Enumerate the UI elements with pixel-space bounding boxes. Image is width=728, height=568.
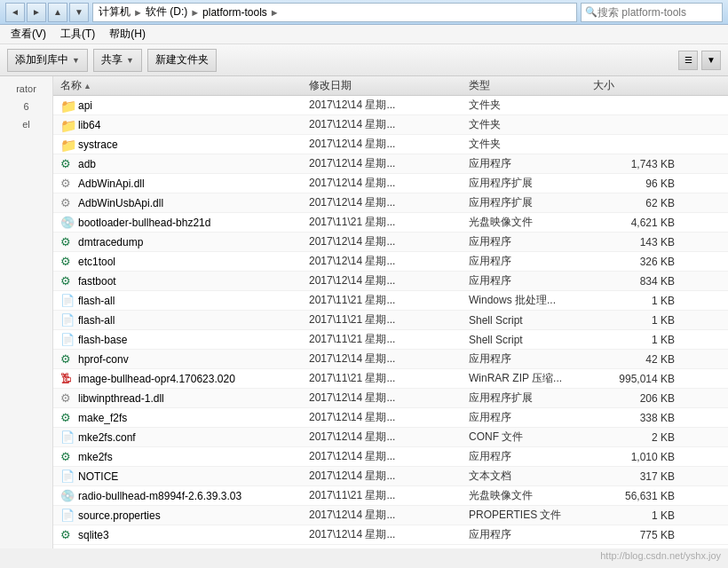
table-row[interactable]: ⚙ libwinpthread-1.dll 2017\12\14 星期... 应…: [53, 389, 728, 408]
breadcrumb-folder[interactable]: platform-tools: [202, 6, 267, 19]
file-name-cell: ⚙ mke2fs: [57, 450, 305, 464]
file-name: libwinpthread-1.dll: [78, 392, 164, 405]
prop-icon: 📄: [60, 509, 75, 523]
file-type: 文件夹: [465, 117, 590, 132]
file-name-cell: 💿 radio-bullhead-m8994f-2.6.39.3.03: [57, 489, 305, 503]
file-date: 2017\11\21 星期...: [305, 312, 465, 327]
organize-button[interactable]: 添加到库中 ▼: [7, 49, 88, 72]
file-name-cell: 📄 flash-base: [57, 333, 305, 347]
table-row[interactable]: 📄 flash-all 2017\11\21 星期... Windows 批处理…: [53, 291, 728, 311]
table-row[interactable]: ⚙ AdbWinApi.dll 2017\12\14 星期... 应用程序扩展 …: [53, 174, 728, 193]
file-size: 206 KB: [590, 392, 678, 405]
file-name: mke2fs.conf: [78, 431, 136, 444]
file-name-cell: 💿 bootloader-bullhead-bhz21d: [57, 216, 305, 230]
new-folder-button[interactable]: 新建文件夹: [147, 49, 217, 72]
breadcrumb: 计算机 ► 软件 (D:) ► platform-tools ►: [92, 3, 577, 22]
table-row[interactable]: ⚙ make_f2fs 2017\12\14 星期... 应用程序 338 KB: [53, 408, 728, 428]
file-date: 2017\12\14 星期...: [305, 98, 465, 113]
file-name: lib64: [78, 119, 100, 131]
dll-icon: ⚙: [60, 196, 75, 210]
view-controls: ☰ ▼: [678, 51, 721, 70]
exe-icon: ⚙: [60, 255, 75, 269]
table-row[interactable]: 📄 source.properties 2017\12\14 星期... PRO…: [53, 506, 728, 525]
table-row[interactable]: ⚙ AdbWinUsbApi.dll 2017\12\14 星期... 应用程序…: [53, 193, 728, 213]
file-date: 2017\12\14 星期...: [305, 410, 465, 425]
header-name[interactable]: 名称 ▲: [57, 78, 305, 93]
header-size[interactable]: 大小: [590, 78, 678, 93]
file-name-cell: 📁 lib64: [57, 118, 305, 132]
file-date: 2017\12\14 星期...: [305, 156, 465, 171]
table-row[interactable]: ⚙ sqlite3 2017\12\14 星期... 应用程序 775 KB: [53, 525, 728, 545]
exe-icon: ⚙: [60, 411, 75, 425]
table-row[interactable]: ⚙ fastboot 2017\12\14 星期... 应用程序 834 KB: [53, 272, 728, 291]
menu-tools[interactable]: 工具(T): [53, 25, 102, 43]
file-date: 2017\12\14 星期...: [305, 273, 465, 288]
recent-button[interactable]: ▼: [69, 3, 89, 22]
file-name: hprof-conv: [78, 353, 129, 366]
search-box[interactable]: 🔍: [581, 3, 723, 22]
main-area: rator 6 el 名称 ▲ 修改日期 类型 大小 📁 api 2017\12…: [0, 76, 728, 548]
file-type: 应用程序扩展: [465, 176, 590, 191]
table-row[interactable]: 📁 systrace 2017\12\14 星期... 文件夹: [53, 135, 728, 154]
file-type: 光盘映像文件: [465, 215, 590, 230]
file-list-header: 名称 ▲ 修改日期 类型 大小: [53, 76, 728, 96]
table-row[interactable]: 📁 lib64 2017\12\14 星期... 文件夹: [53, 115, 728, 135]
sidebar-item-1[interactable]: rator: [0, 80, 52, 98]
header-date[interactable]: 修改日期: [305, 78, 465, 93]
dll-icon: ⚙: [60, 177, 75, 191]
breadcrumb-drive[interactable]: 软件 (D:): [146, 4, 187, 20]
file-date: 2017\12\14 星期...: [305, 254, 465, 269]
table-row[interactable]: ⚙ etc1tool 2017\12\14 星期... 应用程序 326 KB: [53, 252, 728, 272]
file-name: bootloader-bullhead-bhz21d: [78, 217, 210, 229]
file-name-cell: ⚙ make_f2fs: [57, 411, 305, 425]
table-row[interactable]: 🗜 image-bullhead-opr4.170623.020 2017\11…: [53, 369, 728, 389]
view-details-button[interactable]: ☰: [678, 51, 698, 70]
file-type: WinRAR ZIP 压缩...: [465, 371, 590, 386]
table-row[interactable]: 💿 radio-bullhead-m8994f-2.6.39.3.03 2017…: [53, 486, 728, 506]
file-name-cell: ⚙ libwinpthread-1.dll: [57, 391, 305, 406]
view-options-button[interactable]: ▼: [701, 51, 721, 70]
table-row[interactable]: ⚙ mke2fs 2017\12\14 星期... 应用程序 1,010 KB: [53, 447, 728, 467]
share-button[interactable]: 共享 ▼: [93, 49, 142, 72]
table-row[interactable]: ⚙ adb 2017\12\14 星期... 应用程序 1,743 KB: [53, 154, 728, 174]
nav-buttons: ◄ ► ▲ ▼: [5, 3, 89, 22]
forward-button[interactable]: ►: [27, 3, 46, 22]
file-size: 775 KB: [590, 529, 678, 541]
watermark: http://blog.csdn.net/yshx.joy: [600, 550, 721, 561]
search-icon: 🔍: [585, 6, 597, 18]
menu-view[interactable]: 查看(V): [4, 25, 53, 43]
file-type: 应用程序扩展: [465, 390, 590, 406]
file-date: 2017\12\14 星期...: [305, 527, 465, 542]
table-row[interactable]: ⚙ hprof-conv 2017\12\14 星期... 应用程序 42 KB: [53, 350, 728, 369]
file-date: 2017\12\14 星期...: [305, 390, 465, 406]
table-row[interactable]: 📄 NOTICE 2017\12\14 星期... 文本文档 317 KB: [53, 467, 728, 486]
file-name-cell: 📄 flash-all: [57, 313, 305, 327]
file-type: 应用程序: [465, 410, 590, 425]
bat-icon: 📄: [60, 294, 75, 308]
back-button[interactable]: ◄: [5, 3, 25, 22]
search-input[interactable]: [597, 6, 704, 19]
sidebar-item-3[interactable]: el: [0, 115, 52, 133]
file-size: 2 KB: [590, 431, 678, 444]
table-row[interactable]: 📄 flash-all 2017\11\21 星期... Shell Scrip…: [53, 311, 728, 330]
title-bar: ◄ ► ▲ ▼ 计算机 ► 软件 (D:) ► platform-tools ►…: [0, 0, 728, 25]
file-size: 1 KB: [590, 509, 678, 522]
up-button[interactable]: ▲: [48, 3, 67, 22]
table-row[interactable]: 📄 mke2fs.conf 2017\12\14 星期... CONF 文件 2…: [53, 428, 728, 447]
sidebar-item-2[interactable]: 6: [0, 98, 52, 115]
file-date: 2017\12\14 星期...: [305, 195, 465, 210]
table-row[interactable]: 💿 bootloader-bullhead-bhz21d 2017\11\21 …: [53, 213, 728, 233]
table-row[interactable]: 📄 flash-base 2017\11\21 星期... Shell Scri…: [53, 330, 728, 350]
header-type[interactable]: 类型: [465, 78, 590, 93]
file-date: 2017\11\21 星期...: [305, 215, 465, 230]
file-type: Windows 批处理...: [465, 293, 590, 308]
folder-icon: 📁: [60, 138, 75, 152]
file-list-container[interactable]: 名称 ▲ 修改日期 类型 大小 📁 api 2017\12\14 星期... 文…: [53, 76, 728, 548]
breadcrumb-computer[interactable]: 计算机: [99, 4, 131, 20]
file-name-cell: ⚙ dmtracedump: [57, 235, 305, 249]
dll-icon: ⚙: [60, 391, 75, 406]
file-name: image-bullhead-opr4.170623.020: [78, 373, 235, 385]
menu-help[interactable]: 帮助(H): [102, 25, 153, 43]
table-row[interactable]: ⚙ dmtracedump 2017\12\14 星期... 应用程序 143 …: [53, 233, 728, 252]
table-row[interactable]: 📁 api 2017\12\14 星期... 文件夹: [53, 96, 728, 115]
